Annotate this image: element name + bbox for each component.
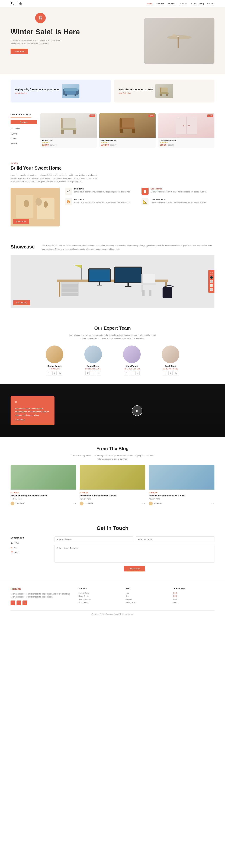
social-links-4: f t in	[153, 371, 188, 375]
footer-link-blog[interactable]: Blog	[125, 595, 167, 597]
product-old-price-3: $109.00	[168, 144, 174, 146]
product-grid: -80% Fibre Chair ★★★★☆ $28.00 $240.00	[40, 113, 215, 148]
product-name-3: Classic Wardrobe	[160, 140, 213, 142]
blog-share-2[interactable]: ↗	[142, 502, 143, 504]
author-avatar-3	[149, 501, 153, 505]
play-button[interactable]: ▶	[132, 405, 142, 416]
color-option-5[interactable]	[210, 288, 213, 291]
nav-team[interactable]: Team	[191, 2, 196, 5]
footer-link-support[interactable]: Support	[125, 598, 167, 600]
full-preview-button[interactable]: Full Preview	[13, 300, 30, 305]
svg-rect-42	[62, 293, 78, 296]
nav-home[interactable]: Home	[147, 2, 153, 5]
lighting-category[interactable]: Lighting	[10, 131, 37, 136]
contact-section: Get In Touch Contact Info 📞 XXX ✉ XXX 📍 …	[0, 516, 225, 580]
facebook-icon-1[interactable]: f	[47, 371, 51, 375]
hero-furniture-svg	[163, 27, 195, 55]
promo-link-1[interactable]: View Collection	[15, 92, 59, 94]
footer-link-interior[interactable]: Interior Design	[79, 592, 120, 594]
team-description: Lorem ipsum dolor sit amet, consectetur …	[69, 334, 156, 340]
facebook-icon-2[interactable]: f	[85, 371, 90, 375]
contact-address: 📍 XXX	[10, 551, 49, 554]
product-image-3	[158, 113, 215, 138]
color-option-4[interactable]	[210, 284, 213, 287]
footer-link-spacing[interactable]: Spacing Design	[79, 598, 120, 600]
feature-decoration-desc: Lorem ipsum dolor sit amet, consectetur …	[74, 201, 130, 204]
read-more-button[interactable]: Read More	[13, 219, 29, 224]
nav-services[interactable]: Services	[168, 2, 176, 5]
storage-category[interactable]: Storage	[10, 141, 37, 146]
nav-blog[interactable]: Blog	[199, 2, 204, 5]
footer-facebook-icon[interactable]: f	[10, 600, 15, 605]
blog-like-3[interactable]: ♥	[214, 502, 215, 504]
footer-link-privacy[interactable]: Privacy Policy	[125, 601, 167, 603]
blog-like-1[interactable]: ♥	[75, 502, 76, 504]
contact-submit-button[interactable]: Contact Now	[124, 566, 145, 571]
feature-furniture-desc: Lorem ipsum dolor sit amet, consectetur …	[74, 190, 130, 193]
twitter-icon-4[interactable]: t	[168, 371, 173, 375]
footer-link-homedecor[interactable]: Home Decor	[79, 595, 120, 597]
twitter-icon-1[interactable]: t	[52, 371, 57, 375]
svg-point-0	[167, 35, 192, 39]
instagram-icon-1[interactable]: in	[58, 371, 62, 375]
blog-description: There are many variations of passages of…	[69, 454, 156, 461]
footer-contact-4[interactable]: XXXX	[173, 601, 215, 603]
hero-cta-button[interactable]: Learn More	[10, 49, 28, 54]
blog-share-3[interactable]: ↗	[211, 502, 212, 504]
nav-portfolio[interactable]: Portfolio	[180, 2, 187, 5]
blog-title-1[interactable]: Rowan an orangutan known & loved	[10, 494, 76, 497]
blog-title-2[interactable]: Rowan an orangutan known & loved	[80, 494, 145, 497]
footer-contact-3[interactable]: XXXX	[173, 598, 215, 600]
footer-contact-1[interactable]: XXXX	[173, 592, 215, 594]
contact-phone: 📞 XXX	[10, 542, 49, 544]
feature-custom-title: Custom Orders	[151, 198, 207, 200]
footer-link-faq[interactable]: FAQ	[125, 592, 167, 594]
svg-rect-48	[115, 268, 141, 282]
team-section: Our Expert Team Lorem ipsum dolor sit am…	[0, 317, 225, 384]
svg-point-34	[44, 201, 48, 208]
decorative-category[interactable]: Decorative	[10, 126, 37, 131]
footer-logo[interactable]: Furnlah	[10, 587, 73, 591]
product-price-3: $89.00	[160, 144, 166, 146]
color-option-2[interactable]	[210, 276, 213, 279]
product-card-2: -20% Touchwood Chair ★★★★☆ $102.00 $135.…	[99, 113, 156, 148]
blog-author-3: J. PARKER	[149, 501, 163, 505]
blog-title-3[interactable]: Rowan an orangutan known & loved	[149, 494, 215, 497]
blog-section: From The Blog There are many variations …	[0, 437, 225, 516]
team-name-3: Mark Parker	[114, 365, 149, 367]
blog-like-2[interactable]: ♥	[144, 502, 145, 504]
promo-link-2[interactable]: View Collection	[119, 92, 153, 94]
footer-contact-2[interactable]: XXXX	[173, 595, 215, 597]
product-badge-2: -20%	[148, 115, 154, 117]
footer-twitter-icon[interactable]: t	[16, 600, 21, 605]
outdoor-category[interactable]: Outdoor	[10, 136, 37, 141]
facebook-icon-3[interactable]: f	[124, 371, 128, 375]
product-badge-3: -15%	[207, 115, 213, 117]
nav-products[interactable]: Products	[156, 2, 164, 5]
logo[interactable]: Furnlah	[10, 2, 22, 5]
svg-point-27	[183, 125, 184, 126]
contact-email-input[interactable]	[136, 536, 215, 542]
footer-link-floor[interactable]: Floor Design	[79, 601, 120, 603]
contact-message-input[interactable]	[54, 545, 215, 563]
furniture-category-btn[interactable]: Furniture	[10, 120, 37, 124]
facebook-icon-4[interactable]: f	[163, 371, 167, 375]
instagram-icon-2[interactable]: in	[97, 371, 101, 375]
instagram-icon-4[interactable]: in	[174, 371, 178, 375]
nav-contact[interactable]: Contact	[207, 2, 215, 5]
product-info-2: Touchwood Chair ★★★★☆ $102.00 $135.00	[99, 138, 156, 148]
twitter-icon-2[interactable]: t	[91, 371, 95, 375]
footer-instagram-icon[interactable]: in	[23, 600, 27, 605]
color-option-1[interactable]	[210, 272, 213, 275]
contact-name-input[interactable]	[54, 536, 133, 542]
feature-furniture: 🛋 Furnitures Lorem ipsum dolor sit amet,…	[65, 188, 138, 195]
svg-rect-7	[65, 94, 67, 96]
color-option-3[interactable]	[210, 280, 213, 283]
footer-help: Help FAQ Blog Support Privacy Policy	[125, 587, 167, 605]
build-description: Lorem ipsum dolor sit amet, consectetur …	[10, 174, 99, 183]
instagram-icon-3[interactable]: in	[135, 371, 140, 375]
feature-custom: 📐 Custom Orders Lorem ipsum dolor sit am…	[142, 198, 215, 205]
twitter-icon-3[interactable]: t	[130, 371, 134, 375]
blog-share-1[interactable]: ↗	[72, 502, 74, 504]
team-avatar-1	[46, 345, 63, 363]
